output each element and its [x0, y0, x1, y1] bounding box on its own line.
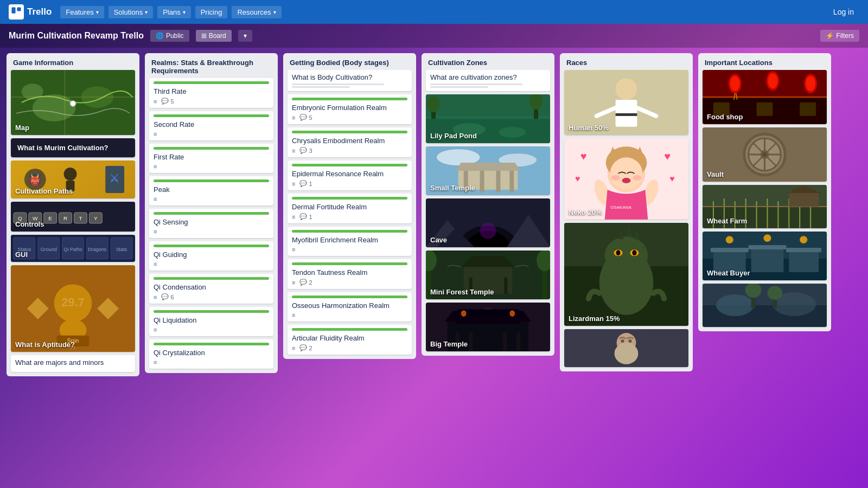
card-body: What are majors and minors: [11, 355, 135, 372]
card-big-temple[interactable]: Big Temple: [426, 303, 550, 351]
card-what-body[interactable]: What is Body Cultivation?: [288, 70, 412, 91]
card-image: [703, 284, 827, 327]
svg-text:Ground: Ground: [41, 247, 57, 252]
card-third-rate[interactable]: Third Rate ≡ 💬 5: [149, 78, 273, 108]
svg-point-139: [768, 73, 777, 88]
card-what-zones[interactable]: What are cultivation zones?: [426, 70, 550, 91]
card-aptitude[interactable]: 29.7 Spin 21 What is Aptitude?: [11, 265, 135, 352]
login-button[interactable]: Log in: [828, 5, 859, 18]
card-qi-guiding[interactable]: Qi Guiding ≡: [149, 241, 273, 271]
visibility-button[interactable]: 🌐 Public: [150, 30, 189, 42]
svg-rect-93: [503, 332, 507, 351]
card-title: Osseous Harmonization Realm: [292, 301, 407, 310]
card-image: Food shop: [703, 70, 827, 124]
pricing-button[interactable]: Pricing: [195, 6, 228, 18]
card-wheat-buyer[interactable]: Wheat Buyer: [703, 232, 827, 280]
card-neko[interactable]: ♥ ♥ ♥ ♥ OSAKANA Neko 20%: [564, 138, 688, 220]
card-osseous[interactable]: Osseous Harmonization Realm ≡: [288, 292, 412, 322]
card-myofibril[interactable]: Myofibril Enrichment Realm ≡: [288, 227, 412, 256]
card-food-shop[interactable]: Food shop: [703, 70, 827, 124]
svg-point-130: [615, 343, 639, 364]
card-image: Human 50%: [564, 70, 688, 135]
card-title: Small Temple: [430, 184, 475, 192]
card-human[interactable]: Human 50%: [564, 70, 688, 135]
card-lily-pad[interactable]: Lily Pad Pond: [426, 94, 550, 143]
card-qi-sensing[interactable]: Qi Sensing ≡: [149, 209, 273, 238]
card-small-temple[interactable]: Small Temple: [426, 146, 550, 195]
card-image: 29.7 Spin 21 What is Aptitude?: [11, 265, 135, 352]
plans-button[interactable]: Plans ▾: [157, 6, 191, 18]
svg-rect-0: [11, 7, 15, 13]
card-gui[interactable]: Status Ground Qi Paths Dragons Stats GUI: [11, 235, 135, 262]
resources-button[interactable]: Resources ▾: [232, 6, 281, 18]
card-title: What is Murim Cultivation?: [17, 144, 108, 152]
column-header: Cultivation Zones: [422, 53, 554, 70]
comment-icon: 💬 6: [161, 293, 174, 300]
card-majors-minors[interactable]: What are majors and minors: [11, 355, 135, 372]
more-options-button[interactable]: ▾: [238, 30, 252, 42]
card-title: Third Rate: [154, 87, 269, 95]
card-first-rate[interactable]: First Rate ≡: [149, 144, 273, 173]
card-image: ♥ ♥ ♥ ♥ OSAKANA Neko 20%: [564, 138, 688, 220]
solutions-button[interactable]: Solutions ▾: [108, 6, 153, 18]
svg-point-155: [763, 152, 767, 157]
card-location5[interactable]: [703, 284, 827, 327]
card-dwarf[interactable]: [564, 329, 688, 367]
svg-text:29.7: 29.7: [61, 296, 85, 309]
svg-text:♥: ♥: [580, 150, 587, 162]
card-title: Tendon Tautness Realm: [292, 268, 407, 277]
board-view-button[interactable]: ⊞ Board: [196, 30, 232, 42]
card-title: Dermal Fortitude Realm: [292, 203, 407, 211]
card-lizard[interactable]: Lizardman 15%: [564, 223, 688, 326]
svg-rect-145: [757, 102, 773, 116]
card-title: Mini Forest Temple: [430, 288, 494, 296]
svg-text:OSAKANA: OSAKANA: [610, 205, 631, 210]
svg-text:👹: 👹: [28, 173, 42, 186]
svg-point-3: [33, 94, 76, 121]
features-button[interactable]: Features ▾: [60, 6, 104, 18]
card-vault[interactable]: Vault: [703, 127, 827, 182]
desc-icon: ≡: [154, 131, 157, 137]
card-mini-forest[interactable]: Mini Forest Temple: [426, 251, 550, 299]
svg-text:Dragons: Dragons: [88, 247, 106, 252]
logo[interactable]: Trello: [9, 4, 52, 20]
card-qi-condensation[interactable]: Qi Condensation ≡ 💬 6: [149, 274, 273, 304]
svg-point-6: [71, 101, 76, 106]
board-header-right: ⚡ Filters: [820, 30, 859, 42]
card-image: 👹 ⚔ Cultivation Paths: [11, 160, 135, 198]
card-dermal[interactable]: Dermal Fortitude Realm ≡ 💬 1: [288, 194, 412, 223]
card-peak[interactable]: Peak ≡: [149, 176, 273, 206]
card-qi-liquidation[interactable]: Qi Liquidation ≡: [149, 307, 273, 336]
card-cultivation-paths[interactable]: 👹 ⚔ Cultivation Paths: [11, 160, 135, 198]
card-title: What is Body Cultivation?: [292, 73, 407, 81]
card-title: What are majors and minors: [15, 358, 131, 367]
desc-icon: ≡: [154, 98, 157, 105]
filters-button[interactable]: ⚡ Filters: [820, 30, 859, 42]
desc-icon: ≡: [292, 214, 295, 220]
card-second-rate[interactable]: Second Rate ≡: [149, 111, 273, 140]
card-image: Small Temple: [426, 146, 550, 195]
card-title: Vault: [707, 170, 724, 178]
card-cave[interactable]: Cave: [426, 198, 550, 247]
card-epidermal[interactable]: Epidermal Resonance Realm ≡ 💬 1: [288, 160, 412, 190]
svg-rect-1: [17, 7, 21, 11]
svg-point-90: [509, 310, 515, 317]
card-title: Human 50%: [569, 124, 609, 132]
card-map[interactable]: Map: [11, 70, 135, 135]
svg-rect-78: [504, 278, 507, 294]
card-qi-crystallization[interactable]: Qi Crystalization ≡: [149, 339, 273, 369]
card-tendon[interactable]: Tendon Tautness Realm ≡ 💬 2: [288, 259, 412, 289]
card-chrysalis[interactable]: Chrysalis Embodiment Realm ≡ 💬 3: [288, 127, 412, 157]
card-title: Cave: [430, 236, 447, 244]
card-what-murim[interactable]: What is Murim Cultivation?: [11, 138, 135, 157]
column-body: Map What is Murim Cultivation? 👹: [7, 70, 139, 376]
comment-icon: 💬 1: [299, 213, 312, 220]
card-wheat-farm[interactable]: Wheat Farm: [703, 185, 827, 228]
card-embryonic[interactable]: Embryonic Formulation Realm ≡ 💬 5: [288, 94, 412, 124]
comment-icon: 💬 2: [299, 279, 312, 286]
card-articular[interactable]: Articular Fluidity Realm ≡ 💬 2: [288, 325, 412, 355]
svg-point-104: [610, 157, 643, 190]
card-title: Epidermal Resonance Realm: [292, 170, 407, 178]
card-controls[interactable]: Q W E R T Y Controls: [11, 202, 135, 232]
column-body: What are cultivation zones?: [422, 70, 554, 356]
